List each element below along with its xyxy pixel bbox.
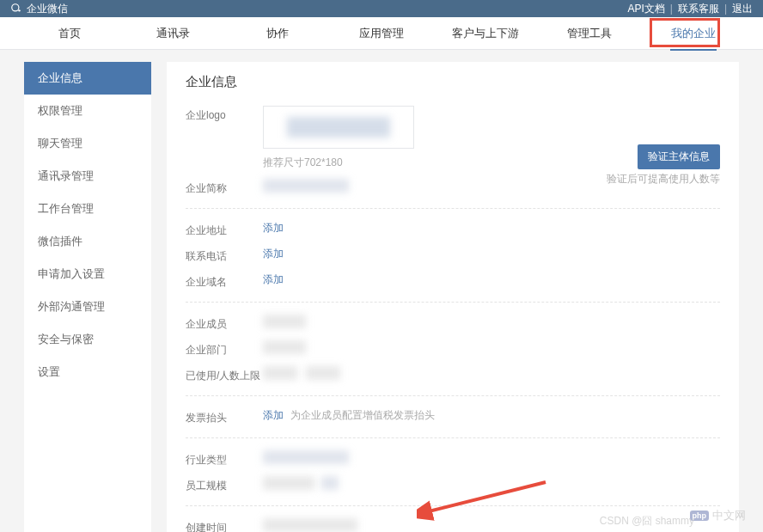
value-depts (263, 340, 306, 354)
nav-contacts[interactable]: 通讯录 (121, 17, 225, 50)
page-title: 企业信息 (186, 74, 720, 90)
nav-customers[interactable]: 客户与上下游 (434, 17, 538, 50)
row-usage: 已使用/人数上限 (186, 366, 720, 385)
value-members (263, 315, 306, 328)
row-depts: 企业部门 (186, 340, 720, 359)
wecom-logo-icon (10, 3, 22, 15)
value-industry (263, 450, 349, 464)
add-address-link[interactable]: 添加 (263, 221, 284, 235)
logout-link[interactable]: 退出 (732, 2, 753, 16)
row-members: 企业成员 (186, 315, 720, 333)
verify-hint: 验证后可提高使用人数等 (607, 172, 720, 187)
label-logo: 企业logo (186, 106, 263, 125)
content-panel: 企业信息 企业logo 推荐尺寸702*180 验证主体信息 验证后可提高使用人… (167, 62, 739, 532)
label-phone: 联系电话 (186, 247, 263, 266)
add-phone-link[interactable]: 添加 (263, 247, 284, 261)
watermark-csdn: CSDN @囧 shammy (600, 514, 694, 529)
main-nav: 首页 通讯录 协作 应用管理 客户与上下游 管理工具 我的企业 (0, 17, 763, 50)
nav-tools[interactable]: 管理工具 (538, 17, 642, 50)
value-scale (263, 476, 314, 490)
value-shortname (263, 179, 349, 193)
add-domain-link[interactable]: 添加 (263, 272, 284, 287)
value-scale2 (321, 476, 339, 490)
label-usage: 已使用/人数上限 (186, 366, 263, 385)
label-invoice: 发票抬头 (186, 408, 263, 427)
divider (186, 395, 720, 396)
sidebar-item-settings[interactable]: 设置 (24, 356, 151, 388)
label-shortname: 企业简称 (186, 179, 263, 198)
value-created (263, 518, 357, 532)
divider (186, 208, 720, 209)
support-link[interactable]: 联系客服 (678, 2, 719, 16)
add-invoice-link[interactable]: 添加 (263, 408, 284, 423)
sidebar-item-chat[interactable]: 聊天管理 (24, 127, 151, 160)
sidebar: 企业信息 权限管理 聊天管理 通讯录管理 工作台管理 微信插件 申请加入设置 外… (24, 62, 151, 532)
logo-preview[interactable] (263, 106, 414, 149)
row-phone: 联系电话 添加 (186, 247, 720, 266)
nav-apps[interactable]: 应用管理 (329, 17, 433, 50)
divider (186, 505, 720, 506)
nav-home[interactable]: 首页 (17, 17, 121, 50)
sidebar-item-join-settings[interactable]: 申请加入设置 (24, 258, 151, 290)
sidebar-item-permissions[interactable]: 权限管理 (24, 95, 151, 127)
nav-my-company[interactable]: 我的企业 (642, 17, 746, 50)
row-domain: 企业域名 添加 (186, 272, 720, 291)
row-invoice: 发票抬头 添加 为企业成员配置增值税发票抬头 (186, 408, 720, 427)
sidebar-item-wechat-plugin[interactable]: 微信插件 (24, 225, 151, 258)
label-address: 企业地址 (186, 221, 263, 240)
label-created: 创建时间 (186, 518, 263, 532)
verify-button[interactable]: 验证主体信息 (638, 144, 720, 169)
label-domain: 企业域名 (186, 272, 263, 291)
sidebar-item-contacts[interactable]: 通讯录管理 (24, 160, 151, 193)
container: 企业信息 权限管理 聊天管理 通讯录管理 工作台管理 微信插件 申请加入设置 外… (0, 50, 763, 532)
brand-text: 企业微信 (27, 2, 68, 16)
sidebar-item-external[interactable]: 外部沟通管理 (24, 290, 151, 323)
api-docs-link[interactable]: API文档 (627, 2, 664, 16)
sidebar-item-company-info[interactable]: 企业信息 (24, 62, 151, 95)
divider (186, 437, 720, 438)
svg-point-1 (18, 9, 20, 11)
divider (186, 302, 720, 303)
value-usage-limit (306, 366, 340, 380)
label-depts: 企业部门 (186, 340, 263, 359)
topbar: 企业微信 API文档 | 联系客服 | 退出 (0, 0, 763, 17)
row-industry: 行业类型 (186, 450, 720, 469)
label-scale: 员工规模 (186, 476, 263, 495)
sidebar-item-security[interactable]: 安全与保密 (24, 323, 151, 356)
watermark-php: php 中文网 (690, 508, 747, 523)
invoice-hint: 为企业成员配置增值税发票抬头 (290, 408, 435, 423)
svg-point-0 (12, 4, 19, 11)
brand: 企业微信 (10, 2, 68, 16)
row-logo: 企业logo (186, 106, 720, 149)
blurred-logo (287, 117, 390, 138)
row-address: 企业地址 添加 (186, 221, 720, 240)
nav-collab[interactable]: 协作 (225, 17, 329, 50)
value-usage-used (263, 366, 297, 380)
sidebar-item-workbench[interactable]: 工作台管理 (24, 193, 151, 225)
topbar-links: API文档 | 联系客服 | 退出 (627, 2, 753, 16)
label-members: 企业成员 (186, 315, 263, 333)
label-industry: 行业类型 (186, 450, 263, 469)
row-scale: 员工规模 (186, 476, 720, 495)
